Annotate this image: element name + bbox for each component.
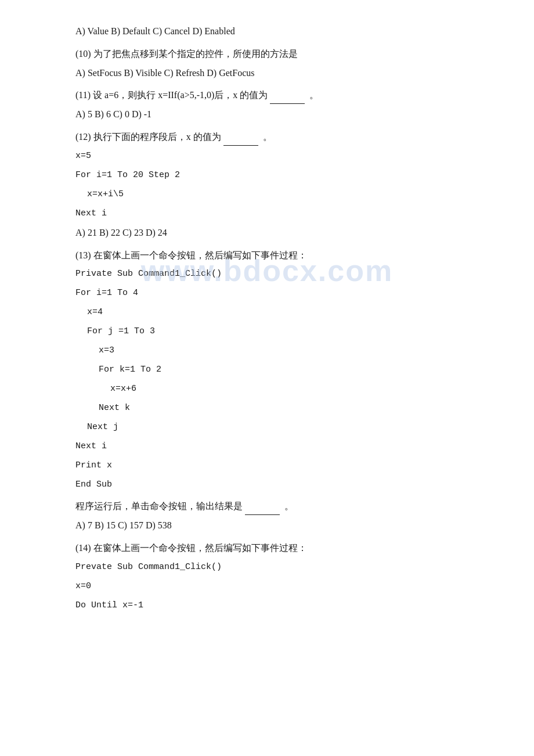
q14-question: (14) 在窗体上画一个命令按钮，然后编写如下事件过程： — [75, 540, 476, 557]
q13-code12: End Sub — [75, 477, 476, 492]
q9-answers: A) Value B) Default C) Cancel D) Enabled — [75, 23, 476, 40]
q12-question: (12) 执行下面的程序段后，x 的值为。 — [75, 129, 476, 146]
q11-question: (11) 设 a=6，则执行 x=IIf(a>5,-1,0)后，x 的值为。 — [75, 87, 476, 104]
q11-blank — [270, 103, 305, 104]
q14-code2: x=0 — [75, 578, 476, 594]
q14-code3: Do Until x=-1 — [75, 597, 476, 613]
q10-question: (10) 为了把焦点移到某个指定的控件，所使用的方法是 — [75, 46, 476, 63]
q13-code6: For k=1 To 2 — [75, 362, 476, 377]
q12-code4: Next i — [75, 206, 476, 221]
q11-answers: A) 5 B) 6 C) 0 D) -1 — [75, 106, 476, 123]
q13-blank — [245, 514, 280, 515]
q13-answers: A) 7 B) 15 C) 157 D) 538 — [75, 517, 476, 534]
q13-code4: For j =1 To 3 — [75, 323, 476, 339]
page-content: www.bdocx.com A) Value B) Default C) Can… — [0, 0, 534, 640]
q13-code11: Print x — [75, 458, 476, 473]
q12-answers: A) 21 B) 22 C) 23 D) 24 — [75, 225, 476, 242]
q13-code9: Next j — [75, 419, 476, 435]
q13-code7: x=x+6 — [75, 381, 476, 397]
q13-code8: Next k — [75, 400, 476, 416]
q10-answers: A) SetFocus B) Visible C) Refresh D) Get… — [75, 65, 476, 82]
q12-code3: x=x+i\5 — [75, 186, 476, 202]
q13-desc: 程序运行后，单击命令按钮，输出结果是。 — [75, 498, 476, 515]
q13-code10: Next i — [75, 438, 476, 454]
q12-blank — [223, 145, 258, 146]
q13-question: (13) 在窗体上画一个命令按钮，然后编写如下事件过程： — [75, 247, 476, 264]
q12-code1: x=5 — [75, 148, 476, 164]
q14-code1: Prevate Sub Command1_Click() — [75, 559, 476, 575]
q13-code1: Private Sub Command1_Click() — [75, 266, 476, 282]
q13-code2: For i=1 To 4 — [75, 285, 476, 301]
q13-code3: x=4 — [75, 304, 476, 320]
q12-code2: For i=1 To 20 Step 2 — [75, 167, 476, 183]
q13-code5: x=3 — [75, 343, 476, 358]
